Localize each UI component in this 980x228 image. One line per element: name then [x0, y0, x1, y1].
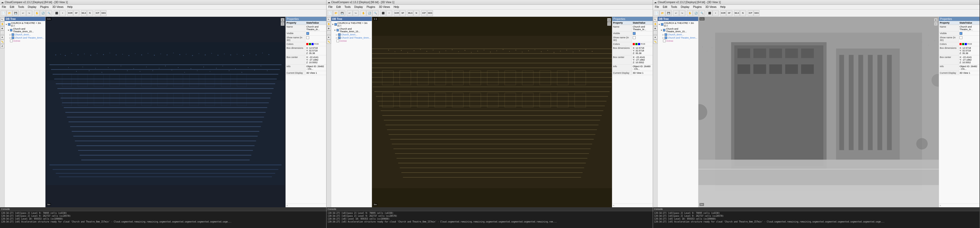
prop-value-showname-2[interactable] — [632, 36, 653, 42]
tool-zoom-1[interactable]: ⊕ — [0, 26, 5, 30]
tool-measure-3[interactable]: 📏 — [653, 40, 657, 44]
prop-value-showname-3[interactable] — [959, 36, 980, 42]
tb-rotate-3[interactable]: 🔄 — [693, 10, 699, 16]
tb-undo-1[interactable]: ↩ — [20, 10, 26, 16]
tb-dist-3[interactable]: SF — [726, 10, 732, 16]
menu-tools-2[interactable]: Tools — [344, 5, 351, 9]
tb-seg-2[interactable]: SEG — [427, 10, 433, 16]
tree-item-octree-3[interactable]: Octree — [662, 40, 698, 43]
tb-seg-3[interactable]: SEG — [754, 10, 759, 16]
properties-table-1[interactable]: Property State/Value Name Church and The… — [286, 21, 326, 204]
tool-pan-2[interactable]: ✋ — [327, 22, 331, 26]
tb-seg-1[interactable]: SEG — [101, 10, 107, 16]
tb-point-1[interactable]: • — [60, 10, 65, 16]
tool-cursor-3[interactable]: ↖ — [653, 17, 657, 22]
tree-item-root-3[interactable]: ▼ ✓ CHURCH & THEATRE + 3m (C:\ — [658, 22, 698, 27]
tb-save-3[interactable]: 💾 — [666, 10, 671, 16]
tb-zoom-3[interactable]: 🔍 — [699, 10, 705, 16]
tree-checkbox-2a[interactable]: ✓ — [334, 23, 337, 26]
showname-checkbox-2[interactable] — [633, 36, 636, 39]
tb-mls-1[interactable]: MLS — [81, 10, 87, 16]
tree-item-sub2-2[interactable]: ▷ ✓ Church and Theatre_6mm... — [336, 36, 371, 40]
tree-checkbox-octree-2[interactable] — [336, 40, 339, 42]
properties-table-2[interactable]: Property State/Value Name Church and The… — [612, 21, 653, 204]
menu-plugins-1[interactable]: Plugins — [40, 5, 50, 9]
menu-help-1[interactable]: Help — [66, 5, 73, 9]
tool-zoom-3[interactable]: ⊕ — [653, 26, 657, 30]
tb-select-2[interactable]: ⬛ — [380, 10, 386, 16]
tool-cursor-1[interactable]: ↖ — [0, 17, 5, 22]
tool-measure-2[interactable]: 📏 — [327, 40, 331, 44]
tree-checkbox-sub1-2[interactable]: ✓ — [338, 33, 341, 36]
tb-move-1[interactable]: ✋ — [34, 10, 40, 16]
zoom-out-btn-3[interactable]: − — [934, 22, 938, 26]
tb-zoom-1[interactable]: 🔍 — [46, 10, 52, 16]
tb-sor-2[interactable]: SOR — [394, 10, 399, 16]
tb-new-3[interactable]: 📄 — [654, 10, 659, 16]
tool-rotate-1[interactable]: ↺ — [0, 44, 5, 48]
tb-save-1[interactable]: 💾 — [13, 10, 18, 16]
tree-checkbox-sub2[interactable]: ✓ — [11, 36, 14, 39]
tree-checkbox-cloud1-2[interactable]: ✓ — [336, 29, 339, 32]
menu-edit-3[interactable]: Edit — [662, 5, 668, 9]
tree-item-sub1-3[interactable]: ▷ ✓ Church_6mm... — [662, 33, 698, 36]
tree-item-sub2-1[interactable]: ▷ ✓ Church and Theatre_6mm... — [10, 36, 45, 40]
tool-point-3[interactable]: ✦ — [653, 35, 657, 40]
tb-move-3[interactable]: ✋ — [687, 10, 693, 16]
tb-dist-2[interactable]: SF — [400, 10, 406, 16]
tb-new-2[interactable]: 📄 — [327, 10, 333, 16]
tool-pan-1[interactable]: ✋ — [0, 22, 5, 26]
prop-value-visible-2[interactable]: ✓ — [632, 32, 653, 35]
tool-select-3[interactable]: ⬜ — [653, 31, 657, 35]
tb-icp-3[interactable]: ICP — [748, 10, 753, 16]
tb-open-1[interactable]: 📂 — [6, 10, 12, 16]
menu-file-3[interactable]: File — [654, 5, 660, 9]
tree-item-root-1[interactable]: ▼ ✓ CHURCH & THEATRE + 3m (C:\ — [5, 22, 45, 27]
viewport-3[interactable]: 1:1 — [698, 17, 939, 207]
tree-item-sub2-3[interactable]: ▷ ✓ Church and Theatre_6mm... — [662, 36, 698, 40]
tb-redo-3[interactable]: ↪ — [679, 10, 685, 16]
tool-point-2[interactable]: ✦ — [327, 35, 331, 40]
menu-tools-1[interactable]: Tools — [17, 5, 25, 9]
tree-checkbox-sub2-2[interactable]: ✓ — [338, 36, 341, 39]
db-tree-content-3[interactable]: ▼ ✓ CHURCH & THEATRE + 3m (C:\ ▼ ✓ Churc… — [658, 21, 698, 207]
tb-norm-2[interactable]: N — [414, 10, 419, 16]
menu-file-1[interactable]: File — [1, 5, 7, 9]
tool-zoom-2[interactable]: ⊕ — [327, 26, 331, 30]
prop-value-visible-1[interactable]: ✓ — [305, 32, 326, 35]
tree-item-cloud1-1[interactable]: ▼ ✓ Church and Theatre_6mm_15... — [7, 27, 45, 33]
tree-checkbox-1[interactable]: ✓ — [8, 23, 11, 26]
tb-mls-2[interactable]: MLS — [407, 10, 413, 16]
tb-new-1[interactable]: 📄 — [0, 10, 6, 16]
tree-item-sub1-2[interactable]: ▷ ✓ Church_6mm... — [336, 33, 371, 36]
zoom-in-btn-3[interactable]: + — [934, 18, 938, 22]
tb-sor-1[interactable]: SOR — [67, 10, 73, 16]
menu-plugins-3[interactable]: Plugins — [692, 5, 703, 9]
prop-value-showname-1[interactable] — [305, 36, 326, 42]
menu-edit-2[interactable]: Edit — [336, 5, 342, 9]
showname-checkbox-1[interactable] — [306, 36, 309, 39]
menu-file-2[interactable]: File — [328, 5, 333, 9]
zoom-out-btn-1[interactable]: − — [281, 22, 285, 26]
tree-checkbox-cloud1-3[interactable]: ✓ — [663, 29, 666, 32]
tb-redo-2[interactable]: ↪ — [353, 10, 359, 16]
tool-select-2[interactable]: ⬜ — [327, 31, 331, 35]
tb-redo-1[interactable]: ↪ — [26, 10, 32, 16]
showname-checkbox-3[interactable] — [959, 36, 963, 39]
console-panel-1[interactable]: [20:34:27] [s0][pass 2] Level 9: 70095 c… — [0, 211, 326, 228]
menu-help-2[interactable]: Help — [393, 5, 400, 9]
menu-display-2[interactable]: Display — [353, 5, 364, 9]
menu-3dviews-2[interactable]: 3D Views — [378, 5, 391, 9]
tb-dist-1[interactable]: SF — [73, 10, 79, 16]
menu-tools-3[interactable]: Tools — [670, 5, 678, 9]
tb-open-2[interactable]: 📂 — [333, 10, 339, 16]
tb-zoom-2[interactable]: 🔍 — [372, 10, 378, 16]
tb-point-2[interactable]: • — [386, 10, 392, 16]
zoom-out-btn-2[interactable]: − — [607, 22, 611, 26]
console-panel-2[interactable]: [20:34:27] [s0][pass 2] Level 9: 70095 c… — [326, 211, 653, 228]
tb-icp-2[interactable]: ICP — [421, 10, 427, 16]
tb-save-2[interactable]: 💾 — [339, 10, 345, 16]
menu-3dviews-3[interactable]: 3D Views — [705, 5, 717, 9]
tb-select-1[interactable]: ⬛ — [54, 10, 59, 16]
tree-item-cloud1-2[interactable]: ▼ ✓ Church and Theatre_6mm_15... — [334, 27, 371, 33]
